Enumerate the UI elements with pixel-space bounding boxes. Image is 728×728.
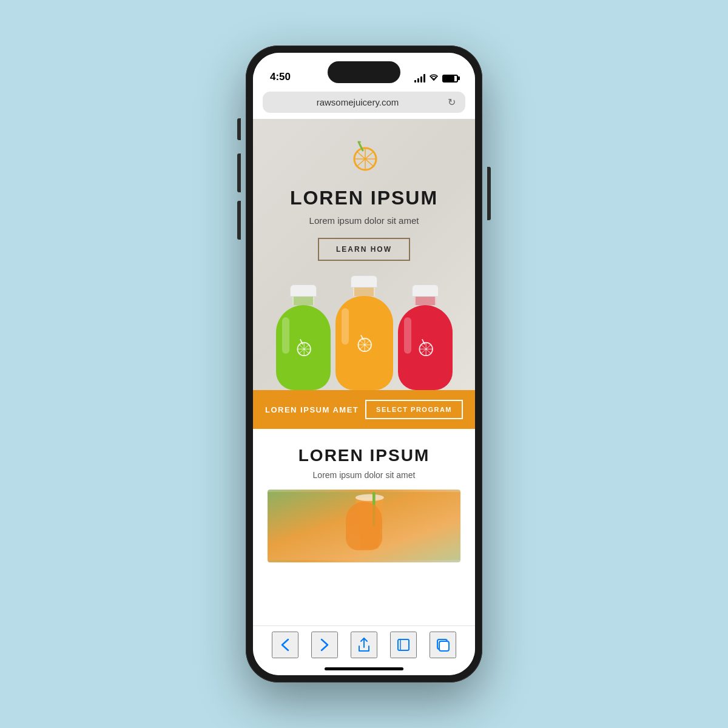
url-bar-container: rawsomejuicery.com ↻: [253, 88, 475, 119]
battery-icon: [442, 75, 458, 83]
dynamic-island: [328, 61, 400, 83]
power-button: [487, 167, 491, 220]
refresh-icon[interactable]: ↻: [448, 96, 456, 108]
green-bottle: [276, 285, 331, 390]
scroll-content: LOREN IPSUM Lorem ipsum dolor sit amet L…: [253, 119, 475, 625]
bottle-logo-red: [414, 337, 436, 359]
wifi-icon: [429, 73, 439, 83]
status-icons: [414, 73, 458, 83]
brand-logo: [346, 138, 382, 175]
bottle-body-orange: [335, 296, 393, 390]
juice-image-svg: [268, 490, 460, 562]
tabs-icon: [436, 638, 450, 652]
section-image: [268, 490, 460, 562]
svg-point-9: [356, 494, 384, 501]
banner-text: LOREN IPSUM AMET: [265, 405, 359, 414]
home-indicator: [325, 667, 403, 670]
orange-bottle: [335, 275, 393, 390]
volume-down-button: [237, 201, 241, 240]
bottle-neck-orange: [353, 288, 375, 296]
bottle-logo-green: [292, 337, 314, 359]
orange-banner: LOREN IPSUM AMET SELECT PROGRAM: [253, 390, 475, 429]
logo-container: [346, 138, 382, 177]
forward-button[interactable]: [311, 632, 338, 658]
bottle-body-red: [398, 305, 453, 390]
hero-section: LOREN IPSUM Lorem ipsum dolor sit amet L…: [253, 119, 475, 390]
url-text: rawsomejuicery.com: [272, 97, 443, 107]
svg-rect-13: [439, 641, 449, 651]
svg-rect-11: [398, 639, 409, 650]
bottle-logo-orange: [353, 332, 375, 354]
url-bar[interactable]: rawsomejuicery.com ↻: [263, 92, 465, 113]
section-title: LOREN IPSUM: [268, 446, 460, 465]
bottle-cap-red: [412, 285, 439, 297]
back-icon: [281, 638, 289, 652]
silent-button: [237, 118, 241, 140]
section-subtitle: Lorem ipsum dolor sit amet: [268, 470, 460, 480]
bottle-cap-green: [290, 285, 317, 297]
bottle-neck-green: [292, 297, 314, 305]
white-section: LOREN IPSUM Lorem ipsum dolor sit amet: [253, 429, 475, 575]
learn-how-button[interactable]: LEARN HOW: [318, 238, 410, 261]
tabs-button[interactable]: [430, 632, 456, 658]
bottles-container: [268, 275, 460, 390]
red-bottle: [398, 285, 453, 390]
bookmarks-icon: [397, 638, 410, 652]
share-button[interactable]: [351, 632, 377, 658]
back-button[interactable]: [272, 632, 298, 658]
phone-mockup: 4:50: [246, 46, 482, 682]
svg-rect-8: [268, 492, 460, 560]
bottle-body-green: [276, 305, 331, 390]
select-program-button[interactable]: SELECT PROGRAM: [365, 400, 463, 419]
bottle-cap-orange: [351, 275, 377, 288]
share-icon: [358, 638, 370, 652]
forward-icon: [320, 638, 329, 652]
bookmarks-button[interactable]: [390, 632, 417, 658]
hero-content: LOREN IPSUM Lorem ipsum dolor sit amet L…: [268, 138, 460, 390]
bottle-neck-red: [414, 297, 436, 305]
status-time: 4:50: [270, 71, 291, 83]
signal-icon: [414, 74, 425, 83]
phone-screen: 4:50: [253, 53, 475, 675]
hero-subtitle: Lorem ipsum dolor sit amet: [309, 215, 419, 226]
svg-rect-10: [372, 492, 376, 526]
hero-title: LOREN IPSUM: [290, 187, 438, 209]
volume-up-button: [237, 153, 241, 192]
